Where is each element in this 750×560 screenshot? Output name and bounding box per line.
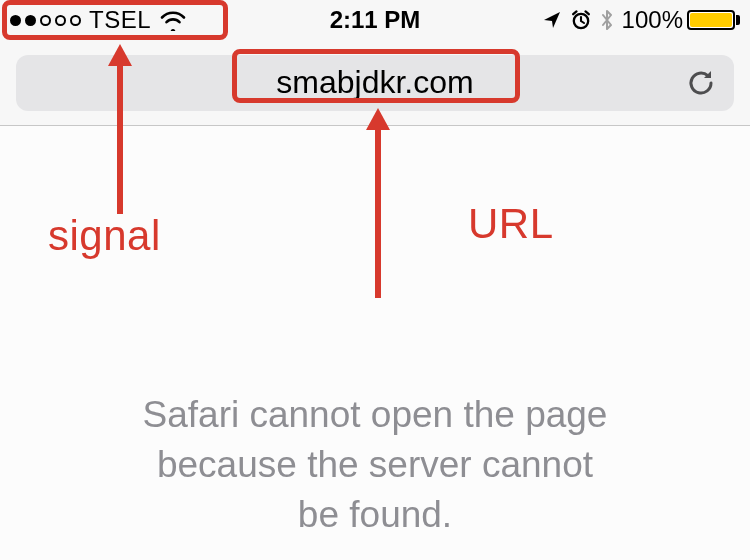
battery-icon	[687, 10, 735, 30]
error-line: Safari cannot open the page	[80, 390, 670, 440]
url-text: smabjdkr.com	[276, 64, 473, 101]
alarm-icon	[570, 9, 592, 31]
status-bar-left: TSEL	[10, 6, 187, 34]
annotation-arrow-url	[362, 108, 394, 300]
status-bar: TSEL 2:11 PM	[0, 0, 750, 40]
error-line: be found.	[80, 490, 670, 540]
battery-percentage: 100%	[622, 6, 683, 34]
wifi-icon	[159, 9, 187, 31]
annotation-label-signal: signal	[48, 212, 161, 260]
annotation-label-url: URL	[468, 200, 554, 248]
location-icon	[542, 10, 562, 30]
reload-icon[interactable]	[684, 66, 718, 100]
nav-bar: smabjdkr.com	[0, 40, 750, 126]
url-field[interactable]: smabjdkr.com	[16, 55, 734, 111]
cellular-signal-icon	[10, 15, 81, 26]
status-bar-time: 2:11 PM	[330, 6, 421, 34]
status-bar-right: 100%	[542, 6, 740, 34]
error-message: Safari cannot open the page because the …	[0, 390, 750, 540]
error-line: because the server cannot	[80, 440, 670, 490]
bluetooth-icon	[600, 9, 614, 31]
battery-indicator: 100%	[622, 6, 740, 34]
carrier-name: TSEL	[89, 6, 151, 34]
